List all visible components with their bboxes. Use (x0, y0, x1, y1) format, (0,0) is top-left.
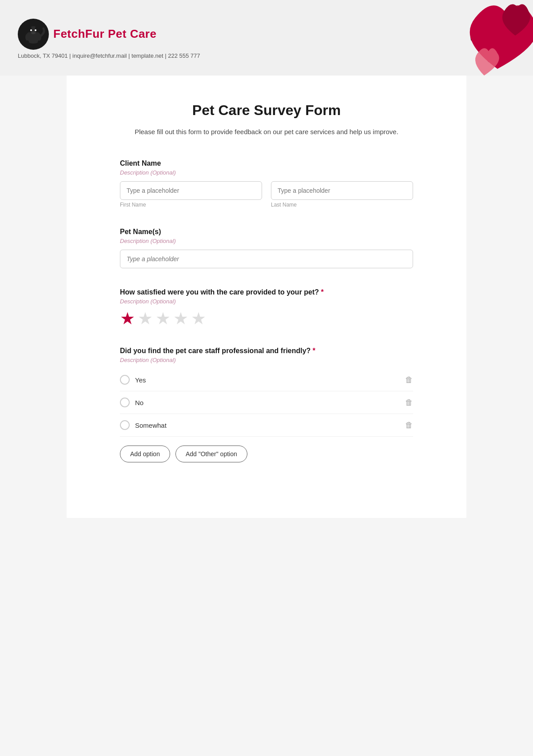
staff-section: Did you find the pet care staff professi… (120, 347, 413, 462)
radio-options-list: Yes 🗑 No 🗑 Somewhat 🗑 (120, 369, 413, 437)
radio-label-yes: Yes (135, 376, 146, 384)
staff-required: * (313, 347, 315, 354)
brand-contact: Lubbock, TX 79401 | inquire@fetchfur.mai… (18, 52, 200, 59)
delete-icon-no[interactable]: 🗑 (405, 398, 413, 407)
star-1[interactable]: ★ (120, 310, 135, 327)
client-name-section: Client Name Description (Optional) First… (120, 159, 413, 208)
pet-name-input[interactable] (120, 250, 413, 268)
radio-label-somewhat: Somewhat (135, 422, 167, 429)
staff-description: Description (Optional) (120, 357, 413, 363)
last-name-input[interactable] (271, 181, 413, 200)
pet-name-section: Pet Name(s) Description (Optional) (120, 228, 413, 268)
satisfaction-required: * (321, 288, 324, 296)
star-rating[interactable]: ★ ★ ★ ★ ★ (120, 310, 413, 327)
svg-point-5 (30, 29, 32, 31)
client-name-description: Description (Optional) (120, 169, 413, 176)
svg-point-8 (26, 40, 29, 43)
add-other-option-button[interactable]: Add "Other" option (175, 446, 247, 462)
pet-name-label: Pet Name(s) (120, 228, 413, 236)
last-name-wrap: Last Name (271, 181, 413, 208)
radio-option-no-left: No (120, 398, 143, 407)
add-option-button[interactable]: Add option (120, 446, 170, 462)
star-5[interactable]: ★ (191, 310, 206, 327)
radio-circle-somewhat[interactable] (120, 420, 130, 430)
add-option-row: Add option Add "Other" option (120, 446, 413, 462)
form-subtitle: Please fill out this form to provide fee… (120, 127, 413, 137)
star-2[interactable]: ★ (138, 310, 153, 327)
radio-option-yes: Yes 🗑 (120, 369, 413, 391)
delete-icon-somewhat[interactable]: 🗑 (405, 421, 413, 430)
brand-logo-icon (18, 19, 49, 50)
last-name-sublabel: Last Name (271, 202, 413, 208)
svg-point-6 (35, 29, 36, 31)
satisfaction-section: How satisfied were you with the care pro… (120, 288, 413, 327)
radio-option-somewhat: Somewhat 🗑 (120, 414, 413, 437)
header-hearts-decoration (400, 0, 533, 76)
page-header: FetchFur Pet Care Lubbock, TX 79401 | in… (0, 0, 533, 76)
first-name-wrap: First Name (120, 181, 262, 208)
svg-point-9 (38, 40, 40, 43)
satisfaction-label: How satisfied were you with the care pro… (120, 288, 413, 296)
client-name-label: Client Name (120, 159, 413, 167)
delete-icon-yes[interactable]: 🗑 (405, 375, 413, 385)
logo-row: FetchFur Pet Care (18, 19, 200, 50)
star-4[interactable]: ★ (173, 310, 188, 327)
form-container: Pet Care Survey Form Please fill out thi… (67, 76, 466, 518)
first-name-sublabel: First Name (120, 202, 262, 208)
radio-label-no: No (135, 399, 143, 406)
radio-circle-no[interactable] (120, 398, 130, 407)
header-left: FetchFur Pet Care Lubbock, TX 79401 | in… (18, 19, 200, 59)
name-fields-row: First Name Last Name (120, 181, 413, 208)
svg-point-7 (31, 32, 36, 34)
pet-name-description: Description (Optional) (120, 238, 413, 244)
form-title: Pet Care Survey Form (120, 102, 413, 119)
radio-option-somewhat-left: Somewhat (120, 420, 167, 430)
first-name-input[interactable] (120, 181, 262, 200)
star-3[interactable]: ★ (155, 310, 171, 327)
radio-option-yes-left: Yes (120, 375, 146, 385)
radio-option-no: No 🗑 (120, 391, 413, 414)
staff-label: Did you find the pet care staff professi… (120, 347, 413, 355)
satisfaction-description: Description (Optional) (120, 298, 413, 305)
brand-name: FetchFur Pet Care (53, 27, 156, 41)
radio-circle-yes[interactable] (120, 375, 130, 385)
